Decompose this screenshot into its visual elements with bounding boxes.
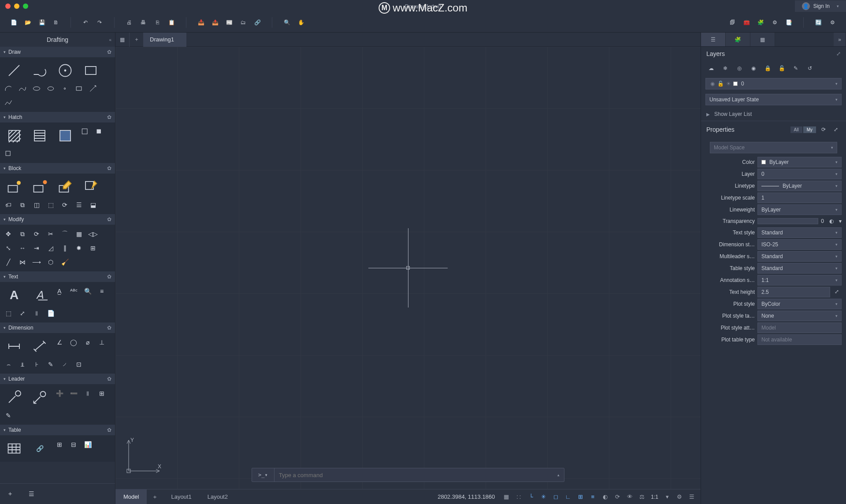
more-tabs-icon[interactable]: »	[834, 33, 846, 46]
mirror-tool-icon[interactable]: ◁▷	[86, 227, 100, 241]
filter-all-button[interactable]: All	[790, 126, 802, 133]
layer-unisolate-icon[interactable]: ◉	[749, 63, 758, 73]
dyn-toggle-icon[interactable]: ⊞	[575, 492, 586, 502]
layer-lock-icon[interactable]: 🔒	[763, 63, 772, 73]
selection-dropdown[interactable]: Model Space▾	[710, 142, 837, 153]
gear-icon[interactable]: ✿	[107, 376, 111, 382]
edit-polyline-icon[interactable]: ⬡	[44, 256, 57, 269]
annotation-scale-icon[interactable]: ⚖	[637, 492, 647, 502]
layer-off-icon[interactable]: ☁	[706, 63, 716, 73]
document-tab[interactable]: Drawing1	[144, 33, 186, 47]
arc-length-icon[interactable]: ⌢	[2, 358, 15, 371]
table-extract-icon[interactable]: ⊞	[53, 438, 66, 451]
gear-icon[interactable]: ✿	[107, 216, 111, 222]
table-style-icon[interactable]: ⊟	[67, 438, 80, 451]
stretch-tool-icon[interactable]: ↔	[16, 241, 29, 255]
array-tool-icon[interactable]: ▦	[72, 227, 85, 241]
new-tab-plus-icon[interactable]: ＋	[130, 33, 144, 47]
find-text-icon[interactable]: 🔍	[81, 285, 94, 298]
list-view-icon[interactable]: ☰	[25, 487, 38, 500]
blocks-tab-icon[interactable]: 🧩	[726, 33, 750, 46]
text-tool-icon[interactable]: A͟	[27, 285, 52, 306]
sheet-icon[interactable]: 🗂	[238, 18, 248, 27]
sync-icon[interactable]: 🔄	[813, 18, 823, 27]
leader-align-icon[interactable]: ⫴	[81, 387, 94, 400]
radius-dim-icon[interactable]: ◯	[67, 336, 80, 349]
gradient-tool-icon[interactable]	[27, 125, 52, 146]
block-base-icon[interactable]: ◫	[30, 198, 43, 211]
export-icon[interactable]: 📤	[210, 18, 220, 27]
section-leader[interactable]: ▾Leader✿	[0, 374, 115, 384]
section-block[interactable]: ▾Block✿	[0, 163, 115, 174]
spellcheck-icon[interactable]: ᴬᴮᶜ	[67, 285, 80, 298]
annotation-scale-dropdown[interactable]: 1:1▾	[757, 275, 842, 285]
command-line[interactable]: >_▾ ▴	[252, 468, 564, 482]
text-style-icon[interactable]: A̲	[53, 285, 66, 298]
share-icon[interactable]: 🔗	[252, 18, 262, 27]
close-window-icon[interactable]	[5, 4, 11, 9]
section-hatch[interactable]: ▾Hatch✿	[0, 112, 115, 122]
leader-style-icon[interactable]: ✎	[2, 409, 15, 422]
layer-previous-icon[interactable]: ↺	[805, 63, 815, 73]
plot-style-dropdown[interactable]: ByColor▾	[757, 299, 842, 309]
section-dimension[interactable]: ▾Dimension✿	[0, 322, 115, 333]
view-grid-icon[interactable]: ▦	[115, 33, 130, 47]
text-height-input[interactable]	[757, 287, 830, 297]
insert-block-icon[interactable]	[2, 176, 26, 197]
angular-dim-icon[interactable]: ∠	[53, 336, 66, 349]
ordinate-dim-icon[interactable]: ⊥	[95, 336, 108, 349]
lineweight-toggle-icon[interactable]: ≡	[587, 492, 598, 502]
align-tool-icon[interactable]: ⊞	[86, 241, 100, 255]
gear-icon[interactable]: ✿	[107, 427, 111, 433]
block-ref-icon[interactable]: ⬓	[86, 198, 100, 211]
filter-my-button[interactable]: My	[803, 126, 816, 133]
chamfer-tool-icon[interactable]: ◿	[44, 241, 57, 255]
hatch-ellipse-icon[interactable]	[44, 82, 57, 95]
scale-readout[interactable]: 1:1	[649, 494, 660, 500]
signin-button[interactable]: 👤 Sign In ▾	[795, 0, 846, 12]
tolerance-icon[interactable]: ⊡	[72, 358, 85, 371]
table-style-dropdown[interactable]: Standard▾	[757, 263, 842, 274]
arc-tool-icon[interactable]	[2, 82, 15, 95]
rotate-tool-icon[interactable]: ⟳	[30, 227, 43, 241]
diameter-dim-icon[interactable]: ⌀	[81, 336, 94, 349]
transparency-icon[interactable]: ◐	[827, 216, 836, 226]
paste-icon[interactable]: 📋	[167, 18, 176, 27]
layers-tab-icon[interactable]: ☰	[701, 33, 726, 46]
ortho-toggle-icon[interactable]: └	[526, 492, 536, 502]
copy-icon[interactable]: ⎘	[152, 18, 162, 27]
gear-icon[interactable]: ✿	[107, 114, 111, 120]
osnap-toggle-icon[interactable]: ◻	[550, 492, 561, 502]
layout1-tab[interactable]: Layout1	[163, 489, 199, 504]
create-block-icon[interactable]	[27, 176, 52, 197]
sheet-set-icon[interactable]: 📑	[784, 18, 794, 27]
jog-dim-icon[interactable]: ⟋	[58, 358, 71, 371]
save-as-icon[interactable]: 🗎	[51, 18, 61, 27]
text-scale-icon[interactable]: ⤢	[16, 307, 29, 320]
hatch-tool-icon[interactable]	[2, 125, 26, 146]
settings-icon[interactable]: ⚙	[827, 18, 837, 27]
polyline-tool-icon[interactable]	[27, 60, 52, 81]
layer-state-dropdown[interactable]: Unsaved Layer State ▾	[705, 94, 842, 105]
maximize-window-icon[interactable]	[23, 4, 28, 9]
layout2-tab[interactable]: Layout2	[200, 489, 236, 504]
linetype-scale-input[interactable]	[757, 193, 842, 203]
publish-icon[interactable]: 📰	[224, 18, 234, 27]
lengthen-tool-icon[interactable]: ⟶	[30, 256, 43, 269]
pan-icon[interactable]: ✋	[296, 18, 306, 27]
gear-icon[interactable]: ✿	[107, 165, 111, 171]
plot-icon[interactable]: 🖶	[138, 18, 148, 27]
table-tool-icon[interactable]	[2, 438, 26, 459]
new-file-icon[interactable]: 📄	[9, 18, 19, 27]
leader-icon[interactable]	[27, 387, 52, 408]
show-layer-list-toggle[interactable]: ▶ Show Layer List	[701, 107, 846, 121]
explode-tool-icon[interactable]: ✸	[72, 241, 85, 255]
otrack-toggle-icon[interactable]: ∟	[563, 492, 573, 502]
selection-cycling-icon[interactable]: ⟳	[612, 492, 623, 502]
gear-icon[interactable]: ✿	[107, 325, 111, 331]
add-layout-icon[interactable]: ＋	[147, 489, 163, 504]
leader-remove-icon[interactable]: ➖	[67, 387, 80, 400]
copy-tool-icon[interactable]: ⧉	[16, 227, 29, 241]
erase-tool-icon[interactable]: 🧹	[58, 256, 71, 269]
move-tool-icon[interactable]: ✥	[2, 227, 15, 241]
